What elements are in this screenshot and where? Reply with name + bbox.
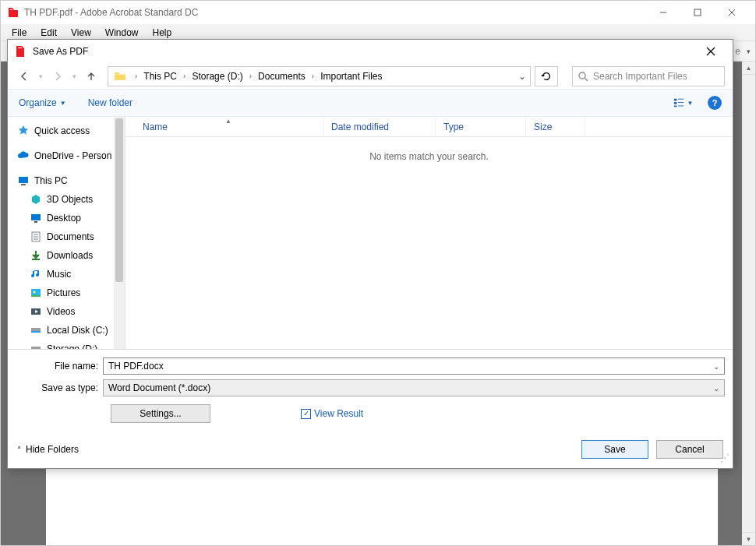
organize-dropdown-icon: ▼	[60, 100, 66, 107]
nav-item-pictures[interactable]: Pictures	[12, 284, 125, 302]
search-box[interactable]	[572, 66, 725, 86]
search-input[interactable]	[593, 71, 719, 82]
nav-item-this-pc[interactable]: This PC	[12, 171, 125, 190]
nav-back-button[interactable]	[16, 68, 33, 85]
dialog-titlebar: Save As PDF	[8, 40, 733, 63]
file-name-dropdown-icon[interactable]: ⌄	[713, 362, 719, 371]
options-row: Settings... ✓ View Result	[16, 401, 725, 429]
column-date[interactable]: Date modified	[323, 117, 436, 136]
pc-icon	[17, 174, 30, 187]
save-type-field[interactable]: Word Document (*.docx) ⌄	[103, 379, 725, 396]
menu-view[interactable]: View	[65, 26, 97, 40]
chevron-right-icon[interactable]: ›	[180, 72, 189, 80]
new-folder-button[interactable]: New folder	[88, 97, 132, 108]
svg-rect-27	[31, 331, 41, 333]
svg-rect-15	[21, 184, 26, 185]
scroll-down-icon[interactable]: ▼	[742, 532, 755, 545]
organize-button[interactable]: Organize ▼	[19, 97, 66, 108]
breadcrumb-dropdown-icon[interactable]: ⌄	[513, 67, 530, 86]
breadcrumb[interactable]: › This PC › Storage (D:) › Documents › I…	[108, 66, 531, 86]
save-type-dropdown-icon[interactable]: ⌄	[713, 384, 719, 393]
window-title: TH PDF.pdf - Adobe Acrobat Standard DC	[24, 7, 198, 18]
nav-forward-history-icon[interactable]: ▾	[72, 72, 76, 80]
nav-scroll-thumb[interactable]	[115, 118, 123, 282]
cancel-button[interactable]: Cancel	[656, 440, 723, 459]
svg-rect-10	[673, 106, 677, 107]
nav-up-button[interactable]	[83, 68, 100, 85]
nav-item-local-disk-c-[interactable]: Local Disk (C:)	[12, 321, 125, 340]
chevron-right-icon[interactable]: ›	[132, 72, 140, 80]
column-name-label: Name	[143, 122, 168, 132]
dialog-footer: ˄ Hide Folders Save Cancel	[8, 434, 733, 468]
nav-item-3d-objects[interactable]: 3D Objects	[12, 190, 125, 209]
nav-item-onedrive-person[interactable]: OneDrive - Person	[12, 146, 125, 165]
save-as-dialog: Save As PDF ▾ ▾ › This PC › Storage (D:)…	[7, 39, 733, 469]
nav-scrollbar[interactable]	[114, 117, 125, 349]
hide-folders-button[interactable]: ˄ Hide Folders	[17, 444, 79, 455]
svg-rect-28	[31, 347, 41, 349]
pdf-icon	[14, 45, 26, 58]
menu-file[interactable]: File	[5, 26, 33, 40]
settings-button[interactable]: Settings...	[111, 404, 210, 423]
chevron-right-icon[interactable]: ›	[309, 72, 317, 80]
menu-help[interactable]: Help	[147, 26, 178, 40]
column-size[interactable]: Size	[526, 117, 585, 136]
refresh-button[interactable]	[535, 66, 558, 86]
svg-point-24	[34, 291, 36, 294]
view-options-button[interactable]: ▼	[669, 94, 697, 111]
nav-item-label: Music	[47, 269, 71, 280]
save-button[interactable]: Save	[581, 440, 648, 459]
search-icon	[578, 71, 588, 82]
view-result-checkbox[interactable]: ✓ View Result	[301, 408, 363, 419]
maximize-button[interactable]	[680, 1, 715, 24]
crumb-storage[interactable]: Storage (D:)	[189, 71, 246, 82]
nav-item-label: OneDrive - Person	[34, 150, 111, 161]
nav-item-downloads[interactable]: Downloads	[12, 246, 125, 265]
navigation-pane[interactable]: Quick accessOneDrive - PersonThis PC3D O…	[8, 117, 125, 349]
explorer-toolbar: Organize ▼ New folder ▼ ?	[8, 89, 733, 117]
vertical-scrollbar[interactable]: ▲ ▼	[742, 62, 755, 545]
nav-item-videos[interactable]: Videos	[12, 302, 125, 321]
resize-grip-icon[interactable]: ⋰	[720, 456, 730, 465]
minimize-button[interactable]	[646, 1, 680, 24]
column-name[interactable]: Name ▲	[125, 117, 323, 136]
crumb-documents[interactable]: Documents	[255, 71, 309, 82]
address-row: ▾ ▾ › This PC › Storage (D:) › Documents…	[8, 63, 733, 89]
menu-edit[interactable]: Edit	[34, 26, 63, 40]
nav-item-label: Videos	[47, 306, 75, 317]
nav-item-storage-d-[interactable]: Storage (D:)	[12, 340, 125, 349]
close-button[interactable]	[715, 1, 749, 24]
nav-item-quick-access[interactable]: Quick access	[12, 122, 125, 140]
help-button[interactable]: ?	[708, 96, 722, 110]
column-headers: Name ▲ Date modified Type Size	[125, 117, 733, 137]
column-type-label: Type	[443, 122, 464, 132]
svg-rect-14	[19, 177, 28, 183]
svg-point-6	[579, 72, 585, 79]
file-name-field[interactable]: TH PDF.docx ⌄	[103, 358, 725, 375]
nav-item-desktop[interactable]: Desktop	[12, 209, 125, 227]
svg-rect-16	[31, 214, 41, 220]
nav-item-label: Pictures	[47, 287, 80, 298]
crumb-this-pc[interactable]: This PC	[140, 71, 180, 82]
nav-item-label: Storage (D:)	[47, 343, 97, 349]
nav-item-label: Local Disk (C:)	[47, 325, 108, 336]
crumb-important-files[interactable]: Important Files	[317, 71, 385, 82]
nav-item-documents[interactable]: Documents	[12, 227, 125, 246]
nav-item-music[interactable]: Music	[12, 265, 125, 284]
organize-label: Organize	[19, 97, 57, 108]
dialog-close-button[interactable]	[695, 40, 726, 63]
nav-forward-button[interactable]	[49, 68, 66, 85]
scroll-up-icon[interactable]: ▲	[742, 62, 755, 75]
star-icon	[17, 125, 30, 137]
svg-rect-13	[678, 106, 684, 107]
chevron-right-icon[interactable]: ›	[246, 72, 255, 80]
svg-rect-17	[34, 221, 37, 223]
nav-back-history-icon[interactable]: ▾	[39, 72, 43, 80]
svg-rect-8	[673, 99, 677, 101]
column-type[interactable]: Type	[436, 117, 526, 136]
menu-window[interactable]: Window	[99, 26, 145, 40]
toolstrip-unknown-glyph: e	[735, 46, 740, 57]
toolstrip-dropdown-icon[interactable]: ▾	[747, 48, 751, 55]
file-name-row: File name: TH PDF.docx ⌄	[16, 358, 725, 375]
svg-rect-1	[694, 9, 701, 16]
